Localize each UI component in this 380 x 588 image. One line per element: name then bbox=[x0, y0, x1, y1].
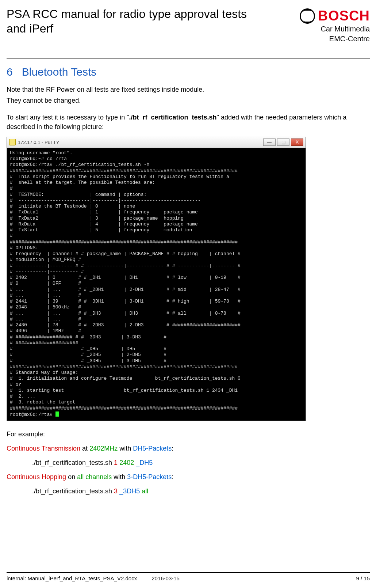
example-1-description: Continuous Transmission at 2402MHz with … bbox=[7, 445, 370, 452]
section-title: Bluetooth Tests bbox=[22, 66, 97, 78]
ex1-packet: DH5-Packets bbox=[133, 445, 172, 452]
terminal-title: 172.17.0.1 - PuTTY bbox=[18, 140, 59, 145]
page-header: PSA RCC manual for radio type approval t… bbox=[7, 7, 370, 43]
terminal-titlebar: 172.17.0.1 - PuTTY — ▢ X bbox=[7, 137, 306, 148]
page-footer: internal: Manual_iPerf_and_RTA_tests_PSA… bbox=[7, 572, 370, 581]
ex1-mode: Continuous Transmission bbox=[7, 445, 80, 452]
header-rule bbox=[7, 58, 370, 58]
footer-filename: internal: Manual_iPerf_and_RTA_tests_PSA… bbox=[7, 575, 137, 581]
ex2-channels: all channels bbox=[77, 473, 112, 481]
ex1-freq: 2402MHz bbox=[89, 445, 118, 452]
terminal-output: Using username "root". root@mx6q:~# cd /… bbox=[7, 148, 306, 421]
example-1-command: ./bt_rf_certification_tests.sh 1 2402 _D… bbox=[32, 459, 370, 467]
terminal-cursor bbox=[55, 411, 59, 417]
footer-rule bbox=[7, 572, 370, 573]
footer-page-number: 9 / 15 bbox=[356, 575, 370, 581]
intro-line-1: Note that the RF Power on all tests are … bbox=[7, 85, 370, 94]
section-number: 6 bbox=[7, 66, 13, 78]
intro-line-3: To start any test it is necessary to typ… bbox=[7, 113, 370, 132]
example-heading: For example: bbox=[7, 430, 370, 438]
terminal-window: 172.17.0.1 - PuTTY — ▢ X Using username … bbox=[7, 137, 306, 421]
footer-date: 2016-03-15 bbox=[151, 575, 180, 581]
bosch-logo-icon bbox=[300, 8, 315, 24]
script-filename: ./bt_rf_certification_tests.sh bbox=[129, 114, 217, 121]
window-minimize-button[interactable]: — bbox=[263, 139, 276, 146]
brand-subtitle-1: Car Multimedia bbox=[300, 25, 370, 33]
intro-line-2: They cannot be changed. bbox=[7, 96, 370, 105]
example-2-description: Continuous Hopping on all channels with … bbox=[7, 473, 370, 481]
window-close-button[interactable]: X bbox=[291, 139, 303, 146]
ex2-mode: Continuous Hopping bbox=[7, 473, 66, 481]
brand-block: BOSCH Car Multimedia EMC-Centre bbox=[300, 7, 370, 43]
window-maximize-button[interactable]: ▢ bbox=[277, 139, 289, 146]
section-heading: 6 Bluetooth Tests bbox=[7, 66, 370, 78]
example-2-command: ./bt_rf_certification_tests.sh 3 _3DH5 a… bbox=[32, 488, 370, 495]
intro-line-3-pre: To start any test it is necessary to typ… bbox=[7, 114, 129, 121]
document-title: PSA RCC manual for radio type approval t… bbox=[7, 7, 262, 36]
ex2-packet: 3-DH5-Packets bbox=[127, 473, 172, 481]
bosch-wordmark: BOSCH bbox=[318, 8, 370, 24]
putty-icon bbox=[9, 139, 16, 145]
brand-subtitle-2: EMC-Centre bbox=[300, 35, 370, 43]
